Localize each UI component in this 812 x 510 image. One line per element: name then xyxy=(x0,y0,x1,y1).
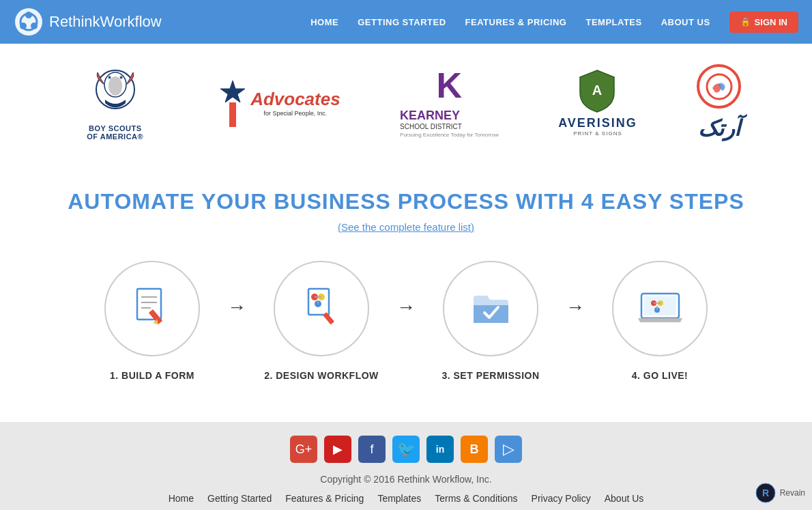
step-1: 1. BUILD A FORM xyxy=(84,261,220,381)
step-2-circle xyxy=(274,261,369,356)
svg-point-3 xyxy=(31,23,38,29)
logo-kearney: K KEARNEY SCHOOL DISTRICTPursuing Excell… xyxy=(400,68,499,138)
step-4-circle xyxy=(612,261,708,356)
revain-badge: R Revain xyxy=(755,483,805,503)
svg-text:A: A xyxy=(592,83,602,98)
logo-artic: آرتک xyxy=(697,64,741,141)
footer-link-terms[interactable]: Terms & Conditions xyxy=(435,493,517,504)
step-4: 4. GO LIVE! xyxy=(592,261,728,381)
logo-icon xyxy=(14,7,44,37)
step-1-circle xyxy=(104,261,200,356)
step-3-permission-icon xyxy=(465,283,517,335)
step-2: 2. DESIGN WORKFLOW xyxy=(253,261,390,381)
footer: G+ ▶ f 🐦 in B ▷ Copyright © 2016 Rethink… xyxy=(0,422,812,510)
step-1-form-icon xyxy=(127,283,178,335)
svg-point-2 xyxy=(25,12,32,18)
logo-advocates: Advocates for Special People, Inc. xyxy=(219,79,340,127)
step-1-label: 1. BUILD A FORM xyxy=(110,370,194,381)
arrow-2: → xyxy=(390,296,422,318)
nav-home[interactable]: HOME xyxy=(310,17,338,27)
step-2-workflow-icon xyxy=(296,283,347,335)
averising-shield-icon: A xyxy=(579,69,616,113)
logo-bsa: ★ ★ BOY SCOUTSOF AMERICA® xyxy=(71,66,160,141)
nav-about-us[interactable]: ABOUT US xyxy=(661,17,710,27)
kearney-sub: SCHOOL DISTRICTPursuing Excellence Today… xyxy=(400,123,499,138)
footer-link-about-us[interactable]: About Us xyxy=(605,493,644,504)
arrow-1: → xyxy=(220,296,253,318)
bsa-emblem-icon: ★ ★ xyxy=(88,66,143,120)
kearney-k-letter: K xyxy=(437,68,463,103)
averising-name: AVERISING xyxy=(558,116,637,130)
artic-text: آرتک xyxy=(698,115,740,141)
artic-handshake-icon xyxy=(706,73,733,100)
step-3-circle xyxy=(443,261,538,356)
social-twitter-icon[interactable]: 🐦 xyxy=(392,436,420,463)
logo[interactable]: RethinkWorkflow xyxy=(14,7,162,37)
footer-link-templates[interactable]: Templates xyxy=(377,493,421,504)
revain-label: Revain xyxy=(780,488,805,498)
advocates-star-icon xyxy=(219,79,246,127)
steps-section: AUTOMATE YOUR BUSINESS PROCESS WITH 4 EA… xyxy=(0,162,812,422)
social-facebook-icon[interactable]: f xyxy=(358,436,386,463)
steps-row: 1. BUILD A FORM → 2. DESIGN WOR xyxy=(41,261,771,381)
social-google-icon[interactable]: G+ xyxy=(290,436,317,463)
svg-point-4 xyxy=(20,23,27,29)
step-3: 3. SET PERMISSION xyxy=(422,261,559,381)
advocates-name: Advocates xyxy=(250,89,340,110)
step-3-label: 3. SET PERMISSION xyxy=(441,370,539,381)
nav-templates[interactable]: TEMPLATES xyxy=(585,17,641,27)
svg-marker-10 xyxy=(220,81,245,102)
footer-links: Home Getting Started Features & Pricing … xyxy=(0,493,812,504)
social-linkedin-icon[interactable]: in xyxy=(426,436,454,463)
logo-averising: A AVERISING PRINT & SIGNS xyxy=(558,69,637,137)
nav-features-pricing[interactable]: FEATURES & PRICING xyxy=(465,17,567,27)
main-nav: HOME GETTING STARTED FEATURES & PRICING … xyxy=(310,12,798,33)
bsa-label: BOY SCOUTSOF AMERICA® xyxy=(87,124,143,141)
social-youtube-icon[interactable]: ▶ xyxy=(324,436,351,463)
step-4-live-icon xyxy=(635,283,686,335)
revain-logo-icon: R xyxy=(755,483,776,503)
footer-link-getting-started[interactable]: Getting Started xyxy=(207,493,272,504)
step-4-label: 4. GO LIVE! xyxy=(632,370,688,381)
kearney-name: KEARNEY xyxy=(400,109,499,123)
svg-rect-28 xyxy=(644,296,676,315)
advocates-sub: for Special People, Inc. xyxy=(250,110,340,117)
averising-sub: PRINT & SIGNS xyxy=(573,130,622,137)
svg-text:R: R xyxy=(762,487,769,498)
footer-link-home[interactable]: Home xyxy=(169,493,194,504)
sign-in-button[interactable]: SIGN IN xyxy=(729,12,798,33)
steps-title: AUTOMATE YOUR BUSINESS PROCESS WITH 4 EA… xyxy=(41,189,771,214)
svg-text:★: ★ xyxy=(119,74,124,81)
logos-section: ★ ★ BOY SCOUTSOF AMERICA® Advocates for … xyxy=(0,44,812,162)
logo-text: RethinkWorkflow xyxy=(49,13,162,31)
social-blogger-icon[interactable]: B xyxy=(461,436,488,463)
step-2-label: 2. DESIGN WORKFLOW xyxy=(264,370,379,381)
arrow-3: → xyxy=(559,296,592,318)
feature-list-link[interactable]: (See the complete feature list) xyxy=(338,221,474,233)
copyright-text: Copyright © 2016 Rethink Workflow, Inc. xyxy=(0,474,812,485)
social-icons: G+ ▶ f 🐦 in B ▷ xyxy=(0,436,812,463)
footer-link-privacy[interactable]: Privacy Policy xyxy=(532,493,591,504)
svg-text:★: ★ xyxy=(107,74,112,81)
svg-rect-11 xyxy=(229,102,236,127)
social-rss-icon[interactable]: ▷ xyxy=(495,436,522,463)
nav-getting-started[interactable]: GETTING STARTED xyxy=(358,17,446,27)
artic-circle-icon xyxy=(697,64,741,109)
footer-link-features-pricing[interactable]: Features & Pricing xyxy=(285,493,364,504)
